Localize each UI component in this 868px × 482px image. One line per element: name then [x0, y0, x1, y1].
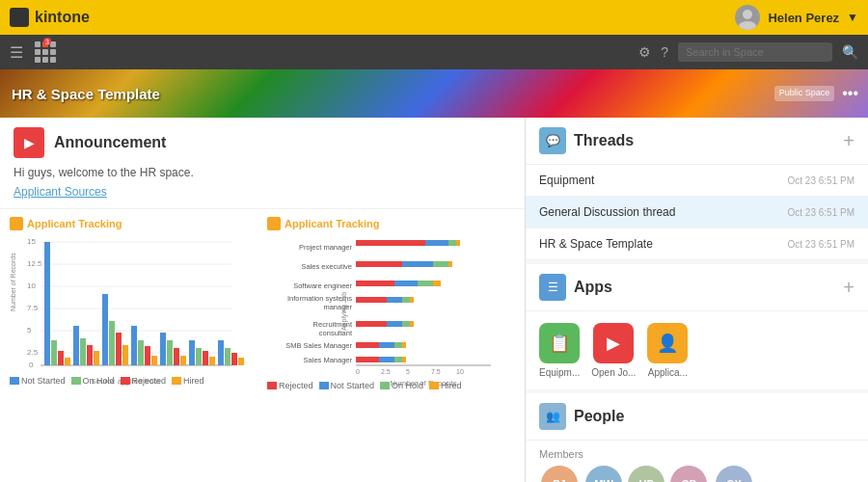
apps-section-icon: ☰: [539, 274, 566, 301]
gear-icon[interactable]: ⚙: [638, 44, 651, 60]
svg-rect-57: [448, 240, 456, 246]
svg-text:manager: manager: [323, 303, 352, 311]
h-chart-legend: Rejected Not Started On Hold Hired: [267, 381, 515, 390]
svg-rect-55: [356, 240, 425, 246]
navbar: ☰ 3 ⚙ ? 🔍: [0, 35, 868, 69]
public-space-badge: Public Space: [774, 86, 835, 101]
svg-rect-76: [379, 342, 394, 348]
svg-rect-26: [116, 333, 122, 365]
member-mark: MW Mark W...: [585, 466, 622, 482]
h-chart-app-icon: [267, 217, 281, 230]
apps-header: ☰ Apps +: [526, 264, 868, 311]
thread-item-equipment[interactable]: Equipment Oct 23 6:51 PM: [526, 165, 868, 197]
threads-header: 💬 Threads +: [526, 118, 868, 165]
app-item-open-jo[interactable]: ▶ Open Jo...: [591, 323, 636, 378]
bar-chart-title: Applicant Tracking: [27, 218, 122, 229]
svg-rect-74: [410, 321, 414, 327]
logo-text: kintone: [35, 9, 90, 26]
hamburger-icon[interactable]: ☰: [10, 43, 23, 62]
svg-text:5: 5: [27, 326, 32, 335]
svg-text:SMB Sales Manager: SMB Sales Manager: [285, 341, 352, 350]
announcement-icon: ▶: [14, 127, 44, 158]
svg-rect-43: [238, 358, 244, 365]
svg-rect-20: [73, 326, 79, 365]
topbar-right: Helen Perez ▼: [735, 5, 858, 30]
search-icon[interactable]: 🔍: [842, 44, 858, 60]
topbar: kintone Helen Perez ▼: [0, 0, 868, 35]
horizontal-chart-block: Applicant Tracking Project manager Sales…: [267, 217, 515, 390]
bar-chart-legend: Not Started On Hold Rejected Hired: [10, 376, 258, 386]
applicant-sources-link[interactable]: Applicant Sources: [14, 185, 107, 199]
svg-rect-32: [160, 333, 166, 365]
navbar-left: ☰ 3: [10, 41, 56, 63]
svg-rect-19: [65, 358, 70, 365]
more-options-icon[interactable]: •••: [842, 85, 858, 102]
svg-rect-28: [131, 326, 137, 365]
svg-rect-33: [167, 340, 173, 365]
svg-rect-35: [180, 356, 186, 365]
threads-section: 💬 Threads + Equipment Oct 23 6:51 PM Gen…: [526, 118, 868, 260]
member-paul: PJ Paul Jac...: [539, 466, 580, 482]
apps-grid-icon[interactable]: 3: [35, 41, 56, 63]
svg-rect-77: [394, 342, 402, 348]
banner: HR & Space Template Public Space •••: [0, 69, 868, 118]
svg-text:5: 5: [406, 368, 410, 375]
people-content: Members PJ Paul Jac... MW Mark W... HP H…: [526, 441, 868, 482]
bar-chart-block: Applicant Tracking 15 12.5 10 7.5 5 2.5 …: [10, 217, 258, 390]
right-panel: 💬 Threads + Equipment Oct 23 6:51 PM Gen…: [526, 118, 868, 482]
announcement-text: Hi guys, welcome to the HR space.: [14, 166, 511, 179]
svg-rect-25: [109, 321, 115, 365]
user-dropdown-icon[interactable]: ▼: [847, 11, 858, 24]
bar-chart-app-icon: [10, 217, 23, 230]
svg-text:10: 10: [456, 368, 464, 375]
svg-text:0: 0: [356, 368, 360, 375]
left-panel: ▶ Announcement Hi guys, welcome to the H…: [0, 118, 526, 482]
svg-rect-34: [174, 348, 179, 365]
svg-rect-40: [218, 340, 224, 365]
search-input[interactable]: [678, 42, 832, 62]
horizontal-chart-svg: Project manager Sales executive Software…: [267, 234, 499, 374]
svg-text:Applying Job: Applying Job: [340, 292, 348, 331]
svg-rect-60: [402, 261, 433, 267]
app-item-equipment[interactable]: 📋 Equipm...: [539, 323, 580, 378]
svg-rect-68: [387, 297, 402, 303]
svg-point-1: [739, 21, 756, 30]
charts-area: Applicant Tracking 15 12.5 10 7.5 5 2.5 …: [0, 209, 525, 398]
svg-text:0: 0: [29, 361, 34, 369]
user-name: Helen Perez: [768, 11, 839, 25]
member-helen: HP Helen P...: [628, 466, 665, 482]
threads-add-button[interactable]: +: [843, 130, 854, 152]
svg-rect-63: [356, 281, 394, 286]
svg-rect-80: [379, 357, 394, 362]
app-item-applica[interactable]: 👤 Applica...: [647, 323, 688, 378]
announcement-section: ▶ Announcement Hi guys, welcome to the H…: [0, 118, 525, 209]
svg-rect-73: [402, 321, 410, 327]
member-carol: CB Carol B...: [670, 466, 707, 482]
help-icon[interactable]: ?: [661, 44, 668, 60]
people-section: 👥 People Members PJ Paul Jac... MW Mark …: [526, 393, 868, 482]
main-content: ▶ Announcement Hi guys, welcome to the H…: [0, 118, 868, 482]
svg-rect-31: [151, 356, 157, 365]
svg-text:2.5: 2.5: [381, 368, 391, 375]
thread-item-general[interactable]: General Discussion thread Oct 23 6:51 PM: [526, 197, 868, 228]
svg-rect-21: [80, 338, 86, 365]
announcement-title: Announcement: [54, 134, 166, 151]
thread-item-hr[interactable]: HR & Space Template Oct 23 6:51 PM: [526, 228, 868, 260]
apps-add-button[interactable]: +: [843, 277, 854, 299]
apps-grid-items: 📋 Equipm... ▶ Open Jo... 👤 Applica...: [526, 311, 868, 389]
svg-text:2.5: 2.5: [27, 348, 39, 357]
svg-text:7.5: 7.5: [431, 368, 441, 375]
people-header: 👥 People: [526, 393, 868, 441]
member-gao: GX Gao Xoh...: [713, 466, 754, 482]
svg-rect-62: [448, 261, 452, 267]
svg-rect-30: [145, 346, 150, 365]
svg-rect-82: [402, 357, 406, 362]
avatars-row: PJ Paul Jac... MW Mark W... HP Helen P..…: [539, 466, 854, 482]
svg-rect-37: [196, 348, 202, 365]
svg-rect-58: [456, 240, 460, 246]
svg-rect-39: [209, 357, 215, 365]
h-chart-title: Applicant Tracking: [285, 218, 379, 229]
svg-rect-29: [138, 340, 144, 365]
kintone-logo-icon: [10, 8, 29, 27]
svg-rect-75: [356, 342, 379, 348]
